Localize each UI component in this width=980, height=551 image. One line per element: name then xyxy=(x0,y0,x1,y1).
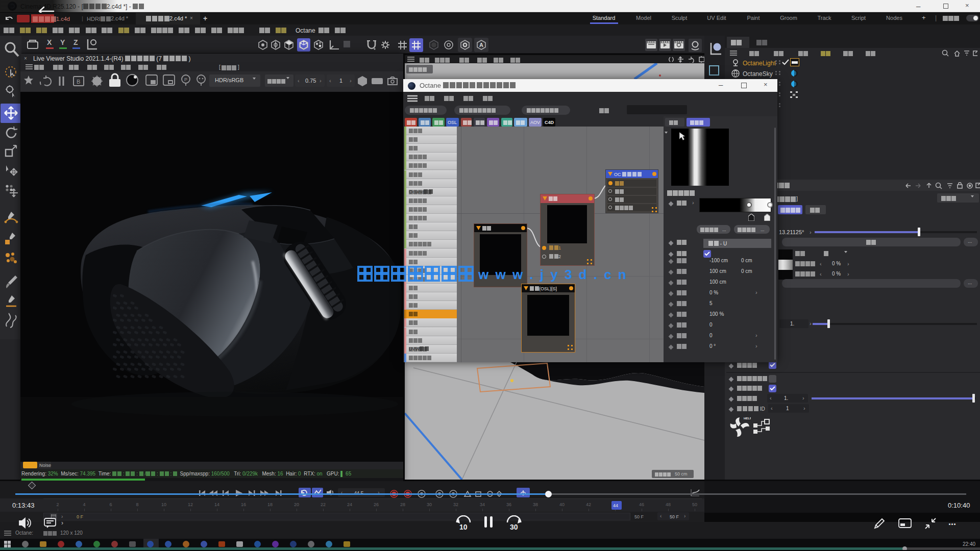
svg-text:P: P xyxy=(184,77,187,82)
svg-text:B: B xyxy=(77,79,80,85)
svg-text:30: 30 xyxy=(510,523,518,531)
svg-text:10: 10 xyxy=(459,523,468,531)
svg-text:A: A xyxy=(479,42,483,48)
svg-text:HELP: HELP xyxy=(744,417,751,420)
